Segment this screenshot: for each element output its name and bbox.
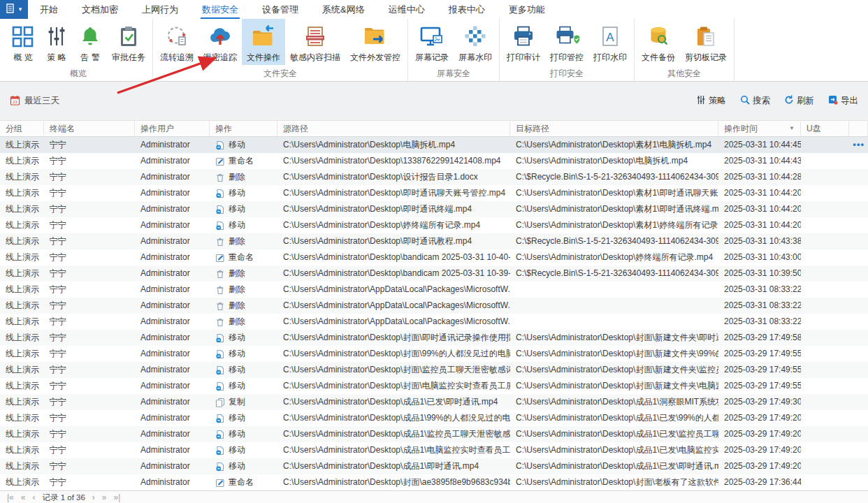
menu-tab-3[interactable]: 上网行为 (130, 0, 190, 19)
table-row[interactable]: 线上演示宁宁Administrator移动C:\Users\Administra… (0, 458, 868, 474)
menu-tab-1[interactable]: 开始 (28, 0, 70, 19)
table-row[interactable]: 线上演示宁宁Administrator移动C:\Users\Administra… (0, 217, 868, 233)
cell-spacer (849, 201, 868, 217)
table-row[interactable]: 线上演示宁宁Administrator删除C:\Users\Administra… (0, 282, 868, 298)
table-row[interactable]: 线上演示宁宁Administrator删除C:\Users\Administra… (0, 169, 868, 185)
table-row[interactable]: 线上演示宁宁Administrator移动C:\Users\Administra… (0, 346, 868, 362)
ribbon-button-clipboard-record[interactable]: 剪切板记录 (680, 19, 732, 65)
menu-tab-9[interactable]: 更多功能 (497, 0, 557, 19)
cell-dst: C:\Users\Administrator\Desktop\素材1\即时通讯聊… (510, 185, 718, 201)
cell-spacer (849, 233, 868, 249)
operation-label: 删除 (229, 298, 245, 314)
table-row[interactable]: 线上演示宁宁Administrator移动C:\Users\Administra… (0, 410, 868, 426)
ribbon-button-screen-watermark[interactable]: 屏幕水印 (454, 19, 497, 65)
cell-spacer (849, 314, 868, 330)
table-row[interactable]: 线上演示宁宁Administrator移动C:\Users\Administra… (0, 201, 868, 217)
column-header-spacer[interactable] (849, 121, 868, 136)
sliders-button[interactable]: 策略 (696, 95, 726, 107)
cell-terminal: 宁宁 (44, 137, 135, 153)
page-first-button[interactable]: |« (7, 493, 14, 502)
cell-src: C:\Users\Administrator\Desktop\成品1\监控员工聊… (277, 426, 510, 442)
table-row[interactable]: 线上演示宁宁Administrator移动C:\Users\Administra… (0, 426, 868, 442)
refresh-button[interactable]: 刷新 (784, 95, 814, 107)
menu-tab-2[interactable]: 文档加密 (70, 0, 130, 19)
ribbon-button-scan-doc[interactable]: 敏感内容扫描 (285, 19, 345, 65)
cell-spacer (849, 217, 868, 233)
app-menu-button[interactable]: ▾ (0, 0, 28, 19)
table-row[interactable]: 线上演示宁宁Administrator移动C:\Users\Administra… (0, 185, 868, 201)
operation-label: 复制 (229, 394, 245, 410)
ribbon-button-label: 剪切板记录 (685, 52, 727, 64)
column-header-目标路径[interactable]: 目标路径 (510, 121, 718, 136)
cell-operation: 移动 (210, 185, 277, 201)
table-row[interactable]: 线上演示宁宁Administrator移动C:\Users\Administra… (0, 330, 868, 346)
search-button[interactable]: 搜索 (740, 95, 770, 107)
column-header-操作用户[interactable]: 操作用户 (135, 121, 210, 136)
cell-group: 线上演示 (0, 474, 44, 490)
page-prev-button[interactable]: ‹ (32, 493, 35, 502)
cell-dst: C:\Users\Administrator\Desktop\电脑拆机.mp4 (510, 153, 718, 169)
sort-descending-icon[interactable]: ▼ (789, 121, 795, 136)
op-delete-icon (215, 269, 225, 279)
column-header-操作时间[interactable]: 操作时间▼ (718, 121, 801, 136)
ribbon-button-print-audit[interactable]: 打印审计 (502, 19, 545, 65)
column-header-源路径[interactable]: 源路径 (277, 121, 510, 136)
operation-label: 移动 (229, 330, 245, 346)
ribbon-button-alert-bell[interactable]: 告 警 (73, 19, 107, 65)
cell-terminal: 宁宁 (44, 410, 135, 426)
table-row[interactable]: 线上演示宁宁Administrator重命名C:\Users\Administr… (0, 249, 868, 265)
table-row[interactable]: 线上演示宁宁Administrator复制C:\Users\Administra… (0, 394, 868, 410)
search-icon (740, 95, 750, 107)
table-row[interactable]: 线上演示宁宁Administrator移动C:\Users\Administra… (0, 362, 868, 378)
cell-dst: C:\$Recycle.Bin\S-1-5-21-326340493-11140… (510, 233, 718, 249)
menu-tab-7[interactable]: 运维中心 (377, 0, 437, 19)
ribbon-button-file-ops-folder[interactable]: 文件操作 (242, 19, 285, 65)
table-row[interactable]: 线上演示宁宁Administrator删除C:\Users\Administra… (0, 265, 868, 282)
cell-spacer (849, 442, 868, 458)
ribbon-button-print-watermark[interactable]: A打印水印 (588, 19, 632, 65)
table-row[interactable]: 线上演示宁宁Administrator重命名C:\Users\Administr… (0, 153, 868, 169)
app-menu-icon (6, 3, 17, 15)
ribbon-button-print-control[interactable]: 打印管控 (545, 19, 588, 65)
op-delete-icon (215, 317, 225, 327)
menu-tab-8[interactable]: 报表中心 (437, 0, 497, 19)
table-row[interactable]: 线上演示宁宁Administrator移动C:\Users\Administra… (0, 442, 868, 458)
menu-tab-5[interactable]: 设备管理 (250, 0, 310, 19)
cell-usb (801, 426, 849, 442)
cell-dst: C:\Users\Administrator\Desktop\素材1\电脑拆机.… (510, 137, 718, 153)
menu-tab-4[interactable]: 数据安全 (190, 0, 250, 19)
ribbon-button-screen-record[interactable]: 屏幕记录 (410, 19, 454, 65)
column-header-终端名[interactable]: 终端名 (44, 121, 135, 136)
page-fast-prev-button[interactable]: « (21, 493, 26, 502)
cell-spacer (849, 185, 868, 201)
column-header-U盘[interactable]: U盘 (801, 121, 849, 136)
row-more-actions-button[interactable]: ••• (853, 137, 865, 153)
date-filter-button[interactable]: 23 最近三天 (10, 95, 59, 108)
table-row[interactable]: 线上演示宁宁Administrator删除C:\Users\Administra… (0, 298, 868, 314)
column-header-操作[interactable]: 操作 (210, 121, 277, 136)
cell-terminal: 宁宁 (44, 169, 135, 185)
cell-user: Administrator (135, 378, 210, 394)
page-next-button[interactable]: › (92, 493, 95, 502)
list-toolbar: 23 最近三天 策略搜索刷新导出 (0, 82, 868, 120)
table-row[interactable]: 线上演示宁宁Administrator重命名C:\Users\Administr… (0, 474, 868, 490)
ribbon-button-leak-cloud[interactable]: 泄密追踪 (198, 19, 242, 65)
cell-user: Administrator (135, 442, 210, 458)
ribbon-button-overview-grid[interactable]: 概 览 (6, 19, 40, 65)
page-last-button[interactable]: »| (114, 493, 121, 502)
ribbon-button-trace-cycle[interactable]: 流转追溯 (155, 19, 198, 65)
ribbon-button-policy-sliders[interactable]: 策 略 (40, 19, 73, 65)
table-row[interactable]: 线上演示宁宁Administrator删除C:\Users\Administra… (0, 314, 868, 330)
table-row[interactable]: 线上演示宁宁Administrator删除C:\Users\Administra… (0, 233, 868, 249)
ribbon-button-approval-clipboard[interactable]: 审批任务 (107, 19, 150, 65)
table-row[interactable]: 线上演示宁宁Administrator移动C:\Users\Administra… (0, 137, 868, 153)
ribbon-button-outgoing-folder[interactable]: 文件外发管控 (345, 19, 405, 65)
page-fast-next-button[interactable]: » (102, 493, 107, 502)
cell-usb (801, 298, 849, 314)
cell-src: C:\Users\Administrator\Desktop\即时通讯终端.mp… (277, 201, 510, 217)
table-row[interactable]: 线上演示宁宁Administrator移动C:\Users\Administra… (0, 378, 868, 394)
ribbon-button-file-backup[interactable]: 文件备份 (637, 19, 680, 65)
column-header-分组[interactable]: 分组 (0, 121, 44, 136)
menu-tab-6[interactable]: 系统&网络 (310, 0, 377, 19)
export-button[interactable]: 导出 (828, 95, 858, 107)
